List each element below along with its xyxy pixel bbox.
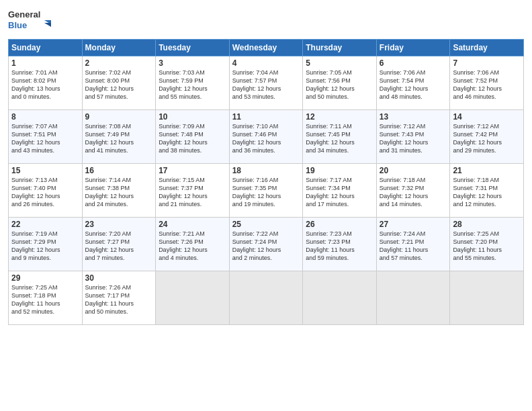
col-header-tuesday: Tuesday <box>156 40 230 56</box>
day-cell: 28Sunrise: 7:25 AM Sunset: 7:20 PM Dayli… <box>450 218 524 271</box>
svg-marker-3 <box>44 23 51 27</box>
col-header-monday: Monday <box>82 40 156 56</box>
day-info: Sunrise: 7:06 AM Sunset: 7:52 PM Dayligh… <box>453 68 521 101</box>
day-cell: 26Sunrise: 7:23 AM Sunset: 7:23 PM Dayli… <box>303 218 377 271</box>
day-cell: 30Sunrise: 7:26 AM Sunset: 7:17 PM Dayli… <box>82 271 156 325</box>
day-info: Sunrise: 7:18 AM Sunset: 7:32 PM Dayligh… <box>380 176 447 209</box>
col-header-saturday: Saturday <box>450 40 524 56</box>
week-row-1: 1Sunrise: 7:01 AM Sunset: 8:02 PM Daylig… <box>9 56 524 110</box>
day-cell: 9Sunrise: 7:08 AM Sunset: 7:49 PM Daylig… <box>82 110 156 164</box>
day-cell: 29Sunrise: 7:25 AM Sunset: 7:18 PM Dayli… <box>9 271 83 325</box>
day-info: Sunrise: 7:10 AM Sunset: 7:46 PM Dayligh… <box>232 122 300 155</box>
day-info: Sunrise: 7:11 AM Sunset: 7:45 PM Dayligh… <box>306 122 373 155</box>
day-cell: 6Sunrise: 7:06 AM Sunset: 7:54 PM Daylig… <box>376 56 450 110</box>
day-cell: 22Sunrise: 7:19 AM Sunset: 7:29 PM Dayli… <box>9 218 83 271</box>
day-number: 12 <box>306 112 373 122</box>
day-cell: 17Sunrise: 7:15 AM Sunset: 7:37 PM Dayli… <box>156 164 230 218</box>
day-info: Sunrise: 7:03 AM Sunset: 7:59 PM Dayligh… <box>159 68 226 101</box>
calendar-container: General Blue SundayMondayTuesdayWednesda… <box>0 0 532 332</box>
day-info: Sunrise: 7:08 AM Sunset: 7:49 PM Dayligh… <box>85 122 153 155</box>
day-cell: 5Sunrise: 7:05 AM Sunset: 7:56 PM Daylig… <box>303 56 377 110</box>
day-cell <box>156 271 230 325</box>
day-info: Sunrise: 7:26 AM Sunset: 7:17 PM Dayligh… <box>85 283 153 316</box>
day-cell <box>376 271 450 325</box>
day-cell: 1Sunrise: 7:01 AM Sunset: 8:02 PM Daylig… <box>9 56 83 110</box>
day-cell: 7Sunrise: 7:06 AM Sunset: 7:52 PM Daylig… <box>450 56 524 110</box>
day-info: Sunrise: 7:05 AM Sunset: 7:56 PM Dayligh… <box>306 68 373 101</box>
day-number: 18 <box>232 166 300 175</box>
day-number: 8 <box>11 112 79 122</box>
day-info: Sunrise: 7:16 AM Sunset: 7:35 PM Dayligh… <box>232 176 300 209</box>
day-info: Sunrise: 7:12 AM Sunset: 7:42 PM Dayligh… <box>453 122 521 155</box>
day-cell: 14Sunrise: 7:12 AM Sunset: 7:42 PM Dayli… <box>450 110 524 164</box>
day-number: 30 <box>85 273 153 283</box>
day-info: Sunrise: 7:20 AM Sunset: 7:27 PM Dayligh… <box>85 230 153 263</box>
generalblue-logo: General Blue <box>8 7 55 36</box>
day-cell: 19Sunrise: 7:17 AM Sunset: 7:34 PM Dayli… <box>303 164 377 218</box>
day-cell: 27Sunrise: 7:24 AM Sunset: 7:21 PM Dayli… <box>376 218 450 271</box>
day-number: 5 <box>306 58 373 68</box>
day-info: Sunrise: 7:12 AM Sunset: 7:43 PM Dayligh… <box>380 122 447 155</box>
week-row-3: 15Sunrise: 7:13 AM Sunset: 7:40 PM Dayli… <box>9 164 524 218</box>
day-info: Sunrise: 7:21 AM Sunset: 7:26 PM Dayligh… <box>159 230 226 263</box>
day-info: Sunrise: 7:25 AM Sunset: 7:18 PM Dayligh… <box>11 283 79 316</box>
day-info: Sunrise: 7:18 AM Sunset: 7:31 PM Dayligh… <box>453 176 521 209</box>
day-info: Sunrise: 7:22 AM Sunset: 7:24 PM Dayligh… <box>232 230 300 263</box>
day-cell: 15Sunrise: 7:13 AM Sunset: 7:40 PM Dayli… <box>9 164 83 218</box>
day-cell: 2Sunrise: 7:02 AM Sunset: 8:00 PM Daylig… <box>82 56 156 110</box>
day-cell: 3Sunrise: 7:03 AM Sunset: 7:59 PM Daylig… <box>156 56 230 110</box>
day-info: Sunrise: 7:07 AM Sunset: 7:51 PM Dayligh… <box>11 122 79 155</box>
svg-text:General: General <box>8 9 40 19</box>
day-info: Sunrise: 7:04 AM Sunset: 7:57 PM Dayligh… <box>232 68 300 101</box>
day-info: Sunrise: 7:17 AM Sunset: 7:34 PM Dayligh… <box>306 176 373 209</box>
day-number: 10 <box>159 112 226 122</box>
col-header-friday: Friday <box>376 40 450 56</box>
header: General Blue <box>8 7 524 36</box>
header-row: SundayMondayTuesdayWednesdayThursdayFrid… <box>9 40 524 56</box>
day-info: Sunrise: 7:02 AM Sunset: 8:00 PM Dayligh… <box>85 68 153 101</box>
day-cell: 18Sunrise: 7:16 AM Sunset: 7:35 PM Dayli… <box>229 164 303 218</box>
day-number: 9 <box>85 112 153 122</box>
day-info: Sunrise: 7:23 AM Sunset: 7:23 PM Dayligh… <box>306 230 373 263</box>
day-cell: 12Sunrise: 7:11 AM Sunset: 7:45 PM Dayli… <box>303 110 377 164</box>
day-number: 16 <box>85 166 153 175</box>
day-cell: 25Sunrise: 7:22 AM Sunset: 7:24 PM Dayli… <box>229 218 303 271</box>
day-cell: 11Sunrise: 7:10 AM Sunset: 7:46 PM Dayli… <box>229 110 303 164</box>
day-number: 4 <box>232 58 300 68</box>
logo: General Blue <box>8 7 55 36</box>
day-number: 28 <box>453 220 521 229</box>
day-number: 15 <box>11 166 79 175</box>
day-info: Sunrise: 7:01 AM Sunset: 8:02 PM Dayligh… <box>11 68 79 101</box>
day-cell <box>450 271 524 325</box>
day-number: 17 <box>159 166 226 175</box>
day-number: 26 <box>306 220 373 229</box>
day-number: 27 <box>380 220 447 229</box>
day-number: 11 <box>232 112 300 122</box>
day-number: 20 <box>380 166 447 175</box>
day-number: 24 <box>159 220 226 229</box>
day-info: Sunrise: 7:06 AM Sunset: 7:54 PM Dayligh… <box>380 68 447 101</box>
week-row-4: 22Sunrise: 7:19 AM Sunset: 7:29 PM Dayli… <box>9 218 524 271</box>
svg-text:Blue: Blue <box>8 20 27 30</box>
day-cell: 23Sunrise: 7:20 AM Sunset: 7:27 PM Dayli… <box>82 218 156 271</box>
week-row-5: 29Sunrise: 7:25 AM Sunset: 7:18 PM Dayli… <box>9 271 524 325</box>
day-number: 25 <box>232 220 300 229</box>
day-number: 19 <box>306 166 373 175</box>
day-number: 14 <box>453 112 521 122</box>
day-number: 29 <box>11 273 79 283</box>
day-number: 7 <box>453 58 521 68</box>
calendar-table: SundayMondayTuesdayWednesdayThursdayFrid… <box>8 39 524 325</box>
day-info: Sunrise: 7:24 AM Sunset: 7:21 PM Dayligh… <box>380 230 447 263</box>
day-cell: 16Sunrise: 7:14 AM Sunset: 7:38 PM Dayli… <box>82 164 156 218</box>
day-cell: 8Sunrise: 7:07 AM Sunset: 7:51 PM Daylig… <box>9 110 83 164</box>
day-cell: 20Sunrise: 7:18 AM Sunset: 7:32 PM Dayli… <box>376 164 450 218</box>
day-cell: 21Sunrise: 7:18 AM Sunset: 7:31 PM Dayli… <box>450 164 524 218</box>
day-number: 21 <box>453 166 521 175</box>
day-number: 1 <box>11 58 79 68</box>
day-number: 2 <box>85 58 153 68</box>
day-info: Sunrise: 7:13 AM Sunset: 7:40 PM Dayligh… <box>11 176 79 209</box>
day-info: Sunrise: 7:15 AM Sunset: 7:37 PM Dayligh… <box>159 176 226 209</box>
day-number: 3 <box>159 58 226 68</box>
col-header-wednesday: Wednesday <box>229 40 303 56</box>
day-cell: 10Sunrise: 7:09 AM Sunset: 7:48 PM Dayli… <box>156 110 230 164</box>
